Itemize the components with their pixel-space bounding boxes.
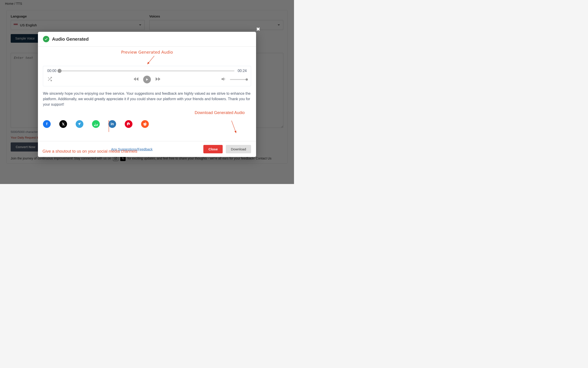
- close-icon[interactable]: ✖: [256, 26, 260, 32]
- svg-point-16: [145, 124, 146, 124]
- arrow-icon: [43, 56, 251, 65]
- annotation-social: Give a shoutout to us on your social med…: [43, 149, 137, 154]
- progress-thumb[interactable]: [57, 69, 62, 73]
- modal-footer: Give a shoutout to us on your social med…: [38, 141, 256, 157]
- svg-marker-12: [158, 77, 160, 81]
- svg-marker-10: [146, 78, 148, 81]
- svg-point-15: [144, 124, 145, 124]
- progress-track[interactable]: [60, 70, 234, 72]
- audio-generated-modal: ✖ Audio Generated Preview Generated Audi…: [38, 32, 256, 157]
- svg-marker-8: [134, 77, 136, 81]
- modal-header: Audio Generated: [38, 32, 256, 46]
- annotation-preview: Preview Generated Audio: [43, 50, 251, 55]
- svg-point-17: [146, 123, 147, 124]
- time-total: 00:24: [238, 69, 247, 73]
- modal-title: Audio Generated: [52, 37, 89, 42]
- telegram-icon[interactable]: [76, 120, 83, 128]
- rewind-icon[interactable]: [133, 77, 139, 82]
- x-twitter-icon[interactable]: 𝕏: [59, 120, 67, 128]
- svg-marker-13: [221, 77, 224, 81]
- shuffle-icon[interactable]: [47, 77, 52, 83]
- facebook-icon[interactable]: f: [43, 120, 51, 128]
- download-button[interactable]: Download: [226, 145, 251, 153]
- svg-marker-11: [156, 77, 158, 81]
- play-button[interactable]: [143, 76, 151, 83]
- check-circle-icon: [43, 36, 49, 42]
- svg-point-20: [145, 122, 146, 123]
- whatsapp-icon[interactable]: [92, 120, 100, 128]
- volume-thumb[interactable]: [246, 78, 248, 81]
- volume-icon[interactable]: [221, 77, 226, 83]
- audio-player: 00:00 00:24: [43, 66, 251, 86]
- modal-body: Preview Generated Audio 00:00 00:24: [38, 46, 256, 141]
- forward-icon[interactable]: [155, 77, 161, 82]
- svg-point-18: [143, 123, 144, 124]
- reddit-icon[interactable]: [141, 120, 149, 128]
- time-current: 00:00: [47, 69, 56, 73]
- volume-slider[interactable]: [230, 79, 247, 80]
- svg-marker-9: [136, 77, 138, 81]
- social-row: f 𝕏 in: [43, 120, 251, 128]
- svg-line-19: [145, 122, 146, 123]
- close-button[interactable]: Close: [203, 145, 223, 153]
- linkedin-icon[interactable]: in: [108, 120, 116, 128]
- svg-line-4: [147, 56, 154, 64]
- annotation-download: Download Generated Audio: [43, 110, 251, 115]
- pinterest-icon[interactable]: [125, 120, 132, 128]
- svg-line-7: [48, 77, 49, 79]
- svg-point-14: [144, 123, 146, 126]
- feedback-message: We sincerely hope you're enjoying our fr…: [43, 91, 251, 107]
